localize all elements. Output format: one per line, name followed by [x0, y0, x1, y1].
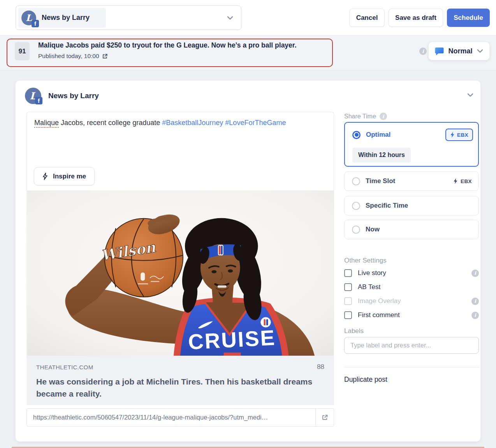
status-bubble-icon	[435, 47, 444, 55]
message-text: Jacobs, recent college graduate	[59, 119, 162, 127]
ebx-label: EBX	[461, 178, 472, 184]
jersey-text: CRUISE	[188, 325, 276, 354]
info-icon[interactable]: i	[471, 312, 479, 319]
share-option-specific-time[interactable]: Specific Time	[344, 196, 479, 215]
chevron-down-icon	[227, 16, 233, 20]
link-preview-footer: THEATHLETIC.COM 88 He was considering a …	[26, 356, 334, 405]
labels-section-label: Labels	[344, 327, 364, 335]
live-story-label: Live story	[358, 269, 386, 277]
message-word-misspelled: Malique	[34, 119, 59, 128]
account-chip: L f News by Larry	[18, 8, 106, 28]
page-avatar: L f	[25, 88, 40, 102]
post-published-status: Published today, 10:00	[38, 53, 108, 60]
specific-time-label: Specific Time	[366, 202, 408, 210]
link-domain: THEATHLETIC.COM	[36, 364, 324, 370]
radio-unselected[interactable]	[352, 226, 360, 234]
hashtag-link[interactable]: #LoveForTheGame	[225, 119, 286, 127]
info-icon[interactable]: i	[419, 48, 427, 55]
share-option-now[interactable]: Now	[344, 220, 479, 239]
link-title: He was considering a job at Michelin Tir…	[36, 376, 313, 400]
checkbox[interactable]	[344, 283, 352, 291]
checkbox-disabled	[344, 297, 352, 305]
post-editor-card: L f News by Larry Malique Jacobs, recent…	[16, 81, 480, 441]
open-url-button[interactable]	[315, 409, 334, 426]
ab-test-option[interactable]: AB Test	[344, 282, 479, 292]
facebook-icon: f	[35, 97, 42, 104]
radio-unselected[interactable]	[352, 177, 360, 185]
player-photo-illustration: CRUISE Wilson	[27, 191, 334, 356]
ebx-badge: EBX	[445, 129, 473, 141]
optimal-label: Optimal	[366, 131, 390, 139]
inspire-me-label: Inspire me	[53, 173, 86, 180]
scheduler-app: L f News by Larry Cancel Save as draft S…	[0, 0, 496, 448]
account-name: News by Larry	[42, 14, 90, 22]
page-avatar: L f	[21, 11, 36, 25]
info-icon[interactable]: i	[380, 113, 387, 120]
chevron-down-icon	[477, 49, 483, 53]
ebx-label: EBX	[457, 132, 468, 138]
now-label: Now	[366, 226, 380, 233]
link-score: 88	[317, 363, 324, 371]
share-time-label: Share Time	[344, 113, 376, 120]
external-link-icon[interactable]	[102, 53, 108, 59]
image-overlay-label: Image Overlay	[358, 297, 401, 305]
live-story-option[interactable]: Live story i	[344, 268, 479, 278]
status-label: Normal	[448, 47, 472, 55]
time-slot-label: Time Slot	[366, 177, 395, 185]
facebook-icon: f	[32, 20, 39, 27]
external-link-icon	[322, 414, 328, 421]
lightning-icon	[453, 178, 458, 184]
lightning-icon	[42, 173, 48, 180]
radio-unselected[interactable]	[352, 202, 360, 210]
inspire-me-button[interactable]: Inspire me	[34, 167, 95, 185]
page-name: News by Larry	[48, 92, 99, 100]
post-image: CRUISE Wilson	[26, 191, 334, 356]
post-score-badge: 91	[15, 42, 30, 60]
radio-selected[interactable]	[352, 131, 361, 139]
hashtag-link[interactable]: #BasketballJourney	[162, 119, 223, 127]
labels-input[interactable]	[344, 337, 479, 354]
account-selector[interactable]: L f News by Larry	[16, 5, 241, 30]
top-toolbar: L f News by Larry Cancel Save as draft S…	[0, 0, 496, 35]
ab-test-label: AB Test	[358, 283, 380, 291]
share-time-section-label: Share Time i	[344, 113, 387, 120]
info-icon[interactable]: i	[471, 298, 479, 305]
published-time: Published today, 10:00	[38, 53, 99, 60]
status-dropdown[interactable]: Normal	[428, 42, 490, 60]
other-settings-label: Other Settings	[344, 257, 387, 265]
info-icon[interactable]: i	[471, 270, 479, 277]
duplicate-post-button[interactable]: Duplicate post	[344, 376, 387, 384]
share-option-time-slot[interactable]: Time Slot EBX	[344, 171, 479, 191]
article-url[interactable]: https://theathletic.com/5060547/2023/11/…	[27, 409, 315, 426]
schedule-button[interactable]: Schedule	[447, 9, 490, 27]
ebx-badge: EBX	[453, 178, 472, 184]
published-post-row[interactable]: 91 Malique Jacobs paid $250 to tryout fo…	[0, 35, 496, 71]
first-comment-option[interactable]: First comment i	[344, 310, 479, 320]
post-headline: Malique Jacobs paid $250 to tryout for t…	[38, 41, 297, 49]
checkbox[interactable]	[344, 311, 352, 319]
save-as-draft-button[interactable]: Save as draft	[389, 9, 443, 27]
first-comment-label: First comment	[358, 311, 400, 319]
article-url-bar: https://theathletic.com/5060547/2023/11/…	[26, 408, 334, 427]
post-message-input[interactable]: Malique Jacobs, recent college graduate …	[26, 112, 334, 191]
image-overlay-option: Image Overlay i	[344, 296, 479, 306]
divider	[344, 367, 479, 367]
collapse-chevron-icon[interactable]	[467, 93, 473, 97]
lightning-icon	[450, 132, 455, 138]
checkbox[interactable]	[344, 269, 352, 277]
optimal-window-chip: Within 12 hours	[352, 148, 411, 162]
share-option-optimal[interactable]: Optimal EBX Within 12 hours	[344, 122, 479, 167]
cancel-button[interactable]: Cancel	[349, 9, 385, 27]
